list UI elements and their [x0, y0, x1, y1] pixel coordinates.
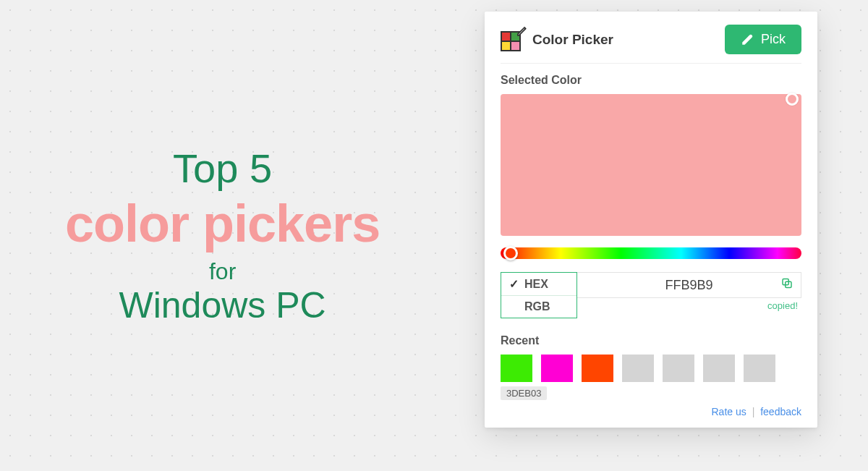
recent-swatch[interactable]	[663, 355, 694, 382]
selected-color-label: Selected Color	[501, 74, 801, 87]
recent-swatch-tooltip: 3DEB03	[501, 386, 547, 400]
brand: Color Picker	[501, 28, 613, 51]
copied-toast: copied!	[767, 300, 798, 311]
format-option-rgb[interactable]: RGB	[501, 295, 576, 318]
recent-label: Recent	[501, 334, 801, 347]
headline-line-4: Windows PC	[65, 284, 380, 327]
format-select[interactable]: ✓ HEX RGB	[501, 272, 577, 318]
recent-swatch[interactable]	[541, 355, 573, 382]
panel-header: Color Picker Pick	[501, 25, 801, 64]
color-value-text: FFB9B9	[665, 278, 712, 293]
recent-swatch[interactable]	[582, 355, 613, 382]
rate-us-link[interactable]: Rate us	[712, 406, 746, 417]
panel-footer: Rate us | feedback	[501, 406, 801, 417]
color-value-field[interactable]: FFB9B9 copied!	[577, 272, 801, 298]
app-title: Color Picker	[532, 32, 613, 48]
copy-button[interactable]	[780, 277, 793, 294]
pick-button-label: Pick	[761, 32, 786, 47]
hue-thumb-icon[interactable]	[503, 246, 518, 260]
color-picker-panel: Color Picker Pick Selected Color ✓ HEX R…	[485, 12, 817, 428]
marketing-headline: Top 5 color pickers for Windows PC	[65, 144, 380, 328]
copy-icon	[780, 277, 793, 290]
app-logo-icon	[501, 28, 524, 51]
recent-swatches	[501, 355, 801, 382]
recent-swatch[interactable]	[703, 355, 735, 382]
check-icon: ✓	[509, 277, 519, 291]
headline-line-1: Top 5	[65, 144, 380, 192]
feedback-link[interactable]: feedback	[760, 406, 801, 417]
recent-swatch[interactable]	[622, 355, 654, 382]
sv-cursor-icon[interactable]	[786, 93, 799, 106]
recent-swatch[interactable]	[501, 355, 532, 382]
pick-button[interactable]: Pick	[725, 25, 801, 54]
hue-slider[interactable]	[501, 247, 801, 259]
eyedropper-icon	[741, 33, 754, 46]
recent-swatch[interactable]	[744, 355, 775, 382]
format-option-hex[interactable]: ✓ HEX	[501, 273, 576, 295]
saturation-value-area[interactable]	[501, 94, 801, 236]
format-row: ✓ HEX RGB FFB9B9 copied!	[501, 272, 801, 318]
headline-line-3: for	[65, 258, 380, 285]
headline-line-2: color pickers	[65, 192, 380, 255]
